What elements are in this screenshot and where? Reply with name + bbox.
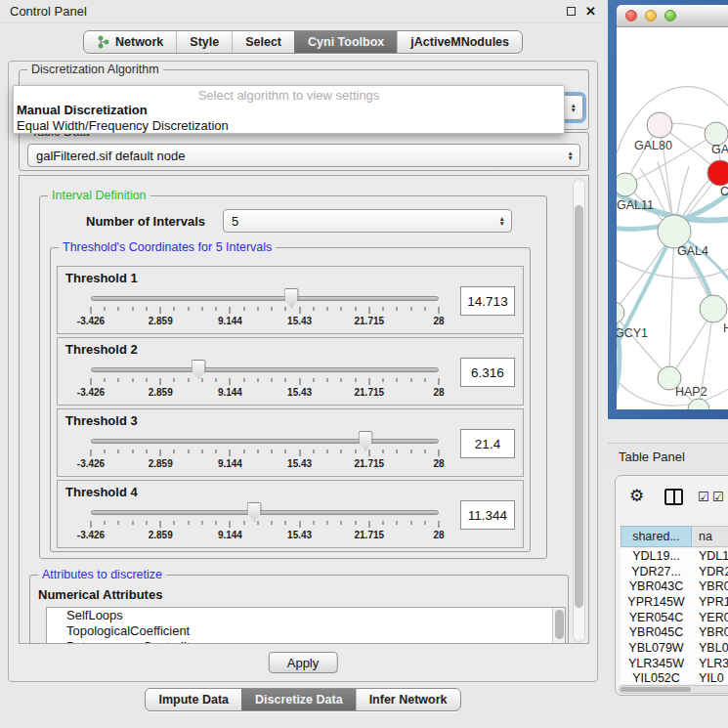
network-node[interactable] (617, 173, 637, 196)
checkbox-icon[interactable]: ☑ (712, 490, 724, 504)
numerical-attributes-list[interactable]: SelfLoopsTopologicalCoefficientBetweenne… (46, 607, 566, 644)
table-scrollbar-thumb[interactable] (621, 687, 691, 692)
slider-thumb[interactable] (359, 431, 373, 450)
tab-cyni-toolbox[interactable]: Cyni Toolbox (294, 31, 397, 53)
tab-label: Cyni Toolbox (308, 35, 384, 49)
checkbox-icon[interactable]: ☑ (698, 490, 709, 504)
threshold-slider[interactable]: -3.4262.8599.14415.4321.71528 (91, 409, 439, 478)
table-row[interactable]: YLR345WYLR3 (621, 656, 728, 671)
tab-impute-data[interactable]: Impute Data (146, 689, 241, 710)
tick-mark (299, 521, 300, 528)
network-window-titlebar[interactable] (617, 5, 728, 27)
tab-infer-network[interactable]: Infer Network (356, 689, 460, 710)
minimize-window-icon[interactable] (645, 10, 657, 21)
network-node[interactable] (647, 112, 672, 138)
number-of-intervals-combobox[interactable]: 5 ▲▼ (223, 209, 512, 233)
slider-track[interactable] (91, 439, 439, 444)
tick-mark (327, 450, 328, 453)
attributes-list-scrollbar[interactable] (552, 608, 565, 644)
split-view-icon[interactable] (664, 489, 683, 505)
tick-mark (355, 450, 356, 453)
attribute-item[interactable]: SelfLoops (47, 608, 565, 623)
table-cell: YER054C (621, 611, 692, 624)
tab-jactivemnodules[interactable]: jActiveMNodules (397, 31, 522, 53)
attribute-item[interactable]: TopologicalCoefficient (47, 623, 565, 639)
table-horizontal-scrollbar[interactable] (619, 685, 728, 694)
network-node[interactable] (658, 215, 691, 248)
threshold-value-field[interactable]: 21.4 (460, 429, 515, 458)
gear-icon[interactable]: ⚙ (629, 486, 644, 506)
table-data-combobox[interactable]: galFiltered.sif default node ▲▼ (27, 144, 580, 167)
network-node[interactable] (617, 302, 624, 323)
tick-mark (174, 307, 175, 311)
threshold-panel: Threshold 4-3.4262.8599.14415.4321.71528… (57, 480, 524, 548)
table-cell: YBR045C (621, 625, 692, 639)
network-edge[interactable] (617, 313, 669, 378)
table-panel: ⚙ ☑ ☑ shared...na YDL19...YDL1YDR27...YD… (615, 475, 728, 696)
threshold-panel: Threshold 3-3.4262.8599.14415.4321.71528… (57, 408, 524, 477)
network-graph[interactable]: GAL80GACGAL11GAL4GCY1HHAP2 (617, 27, 728, 409)
tick-mark (91, 450, 92, 456)
threshold-value-field[interactable]: 11.344 (460, 500, 515, 530)
close-panel-icon[interactable]: ✕ (585, 7, 596, 17)
slider-thumb[interactable] (192, 360, 206, 379)
algorithm-option[interactable]: Manual Discretization (14, 103, 564, 118)
tick-mark (91, 521, 92, 528)
algorithm-option[interactable]: Equal Width/Frequency Discretization (14, 118, 564, 134)
attributes-scrollbar-thumb[interactable] (555, 610, 564, 639)
table-row[interactable]: YBR043CYBR0 (621, 578, 728, 594)
table-row[interactable]: YPR145WYPR1 (621, 594, 728, 610)
table-row[interactable]: YDL19...YDL1 (621, 548, 728, 564)
tick-mark (368, 450, 369, 456)
table-row[interactable]: YER054CYER0 (621, 610, 728, 625)
zoom-window-icon[interactable] (664, 10, 676, 21)
tick-mark (201, 450, 202, 453)
table-row[interactable]: YBR045CYBR0 (621, 624, 728, 640)
settings-scrollbar-thumb[interactable] (575, 205, 583, 608)
table-row[interactable]: YIL052CYIL0 (621, 671, 728, 685)
tick-mark (174, 378, 175, 382)
tab-discretize-data[interactable]: Discretize Data (241, 689, 356, 710)
slider-thumb[interactable] (247, 502, 262, 522)
tab-style[interactable]: Style (176, 31, 232, 53)
threshold-slider[interactable]: -3.4262.8599.14415.4321.71528 (91, 481, 439, 549)
tick-mark (146, 450, 147, 453)
table-row[interactable]: YBL079WYBL0 (621, 640, 728, 656)
tick-label: 28 (433, 387, 444, 398)
close-window-icon[interactable] (625, 10, 637, 21)
network-edge[interactable] (669, 232, 674, 378)
network-node[interactable] (707, 160, 728, 186)
tick-mark (439, 521, 440, 528)
slider-track[interactable] (91, 510, 439, 515)
tab-select[interactable]: Select (232, 31, 294, 53)
table-row[interactable]: YDR27...YDR2 (621, 564, 728, 579)
tick-mark (397, 521, 398, 525)
slider-track[interactable] (91, 296, 439, 301)
tick-mark (439, 378, 440, 385)
threshold-slider[interactable]: -3.4262.8599.14415.4321.71528 (91, 338, 439, 407)
tab-network[interactable]: Network (84, 31, 176, 53)
column-header[interactable]: shared... (621, 526, 692, 547)
tick-label: 15.43 (287, 387, 312, 398)
slider-track[interactable] (91, 367, 439, 372)
table-data-group: Table Data galFiltered.sif default node … (19, 132, 589, 171)
tick-mark (410, 307, 411, 311)
tick-label: 2.859 (149, 530, 173, 540)
table-cell: YDR27... (621, 565, 692, 578)
threshold-slider[interactable]: -3.4262.8599.14415.4321.71528 (91, 267, 439, 335)
tick-mark (424, 378, 425, 382)
network-canvas[interactable]: GAL80GACGAL11GAL4GCY1HHAP2 (617, 27, 728, 409)
algorithm-dropdown-popup: Select algorithm to view settings Manual… (13, 85, 565, 134)
tick-label: 15.43 (287, 530, 312, 540)
float-window-icon[interactable] (567, 7, 576, 16)
apply-button[interactable]: Apply (269, 652, 338, 673)
table-cell: YDL1 (692, 549, 728, 563)
column-header[interactable]: na (692, 526, 728, 547)
slider-thumb[interactable] (284, 288, 299, 308)
slider-ticks (91, 378, 439, 386)
threshold-value-field[interactable]: 6.316 (460, 358, 515, 387)
threshold-value-field[interactable]: 14.713 (460, 286, 515, 316)
settings-scrollbar[interactable] (573, 179, 585, 642)
network-node[interactable] (700, 295, 727, 322)
attribute-item[interactable]: BetweennessCentrality (47, 639, 565, 644)
